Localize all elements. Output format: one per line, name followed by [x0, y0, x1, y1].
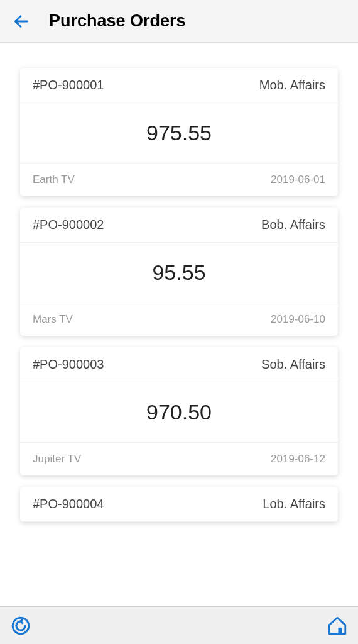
order-id: #PO-900003: [33, 357, 104, 372]
card-amount-row: 970.50: [20, 382, 338, 443]
card-header-row: #PO-900001 Mob. Affairs: [20, 68, 338, 103]
refresh-icon: [10, 615, 31, 636]
order-id: #PO-900004: [33, 497, 104, 511]
svg-rect-2: [338, 627, 342, 633]
arrow-left-icon: [13, 13, 30, 30]
card-header-row: #PO-900002 Bob. Affairs: [20, 208, 338, 243]
app-header: Purchase Orders: [0, 0, 358, 43]
order-amount: 95.55: [152, 260, 205, 285]
home-button[interactable]: [327, 615, 348, 636]
refresh-button[interactable]: [10, 615, 31, 636]
back-button[interactable]: [13, 13, 30, 30]
order-vendor: Jupiter TV: [33, 453, 81, 465]
card-footer-row: Jupiter TV 2019-06-12: [20, 443, 338, 475]
card-amount-row: 975.55: [20, 103, 338, 164]
card-header-row: #PO-900004 Lob. Affairs: [20, 487, 338, 522]
order-amount: 975.55: [146, 121, 212, 145]
order-party: Mob. Affairs: [259, 78, 325, 92]
order-party: Bob. Affairs: [261, 218, 325, 232]
card-footer-row: Mars TV 2019-06-10: [20, 303, 338, 336]
order-party: Lob. Affairs: [263, 497, 325, 511]
order-vendor: Mars TV: [33, 313, 73, 326]
card-footer-row: Earth TV 2019-06-01: [20, 164, 338, 196]
order-party: Sob. Affairs: [261, 357, 325, 372]
order-vendor: Earth TV: [33, 174, 75, 186]
card-amount-row: 95.55: [20, 243, 338, 303]
orders-list: #PO-900001 Mob. Affairs 975.55 Earth TV …: [0, 43, 358, 606]
order-id: #PO-900001: [33, 78, 104, 92]
page-title: Purchase Orders: [49, 11, 186, 31]
order-date: 2019-06-12: [271, 453, 325, 465]
order-amount: 970.50: [146, 400, 212, 425]
app-footer: [0, 606, 358, 644]
order-card[interactable]: #PO-900004 Lob. Affairs: [20, 487, 338, 522]
card-header-row: #PO-900003 Sob. Affairs: [20, 347, 338, 382]
order-date: 2019-06-01: [271, 174, 325, 186]
order-card[interactable]: #PO-900003 Sob. Affairs 970.50 Jupiter T…: [20, 347, 338, 475]
order-id: #PO-900002: [33, 218, 104, 232]
order-date: 2019-06-10: [271, 313, 325, 326]
home-icon: [327, 615, 348, 636]
order-card[interactable]: #PO-900002 Bob. Affairs 95.55 Mars TV 20…: [20, 208, 338, 336]
order-card[interactable]: #PO-900001 Mob. Affairs 975.55 Earth TV …: [20, 68, 338, 196]
